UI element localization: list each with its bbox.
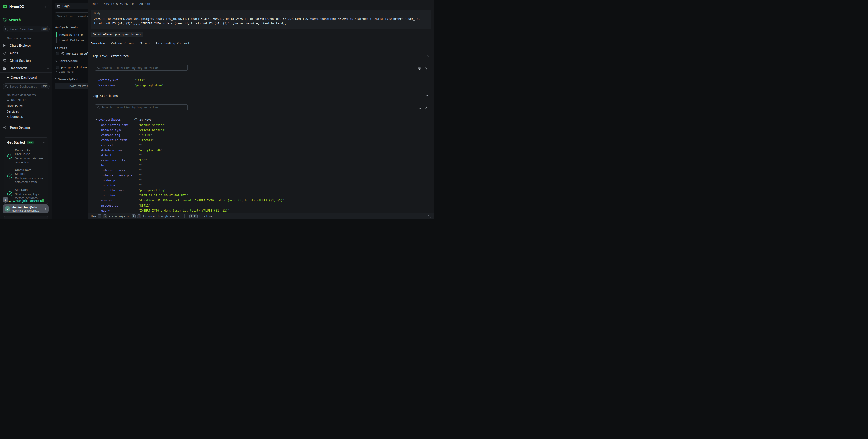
archive-box-icon — [57, 4, 60, 8]
attr-value[interactable]: "2025-11-10 23:59:47.000 UTC" — [138, 194, 188, 197]
sidebar-collapse-icon[interactable] — [45, 5, 49, 8]
sidebar-item-chart-explorer[interactable]: Chart Explorer — [3, 44, 49, 48]
attr-key[interactable]: SeverityText — [98, 78, 134, 82]
caret-down-icon[interactable]: ▼ — [96, 119, 98, 121]
sidebar-item-alerts[interactable]: Alerts — [3, 51, 49, 55]
bottom-card-title: Product updates — [4, 218, 48, 220]
attr-key[interactable]: LogAttributes — [98, 118, 134, 121]
servicename-group-toggle[interactable]: ServiceName — [55, 59, 78, 63]
sidebar-item-dashboards[interactable]: Dashboards — [3, 66, 49, 70]
attr-key[interactable]: query — [101, 209, 138, 212]
attr-value[interactable]: "postgresql-demo" — [134, 84, 164, 87]
sidebar-item-client-sessions[interactable]: Client Sessions — [3, 59, 49, 62]
attr-value[interactable]: "info" — [134, 78, 145, 82]
attr-key[interactable]: process_id — [101, 204, 138, 207]
no-saved-dashboards-text: No saved dashboards — [7, 93, 36, 97]
gear-icon[interactable] — [425, 67, 428, 70]
mode-label: Event Patterns — [57, 38, 85, 42]
attr-key[interactable]: ServiceName — [98, 84, 134, 87]
attr-key[interactable]: message — [101, 199, 138, 202]
top-attrs-search-input[interactable]: Search properties by key or value — [95, 65, 188, 71]
sidebar-item-team-settings[interactable]: Team Settings — [3, 126, 49, 129]
tab-trace[interactable]: Trace — [141, 42, 149, 48]
chevron-up-icon[interactable] — [47, 67, 49, 69]
wrap-lines-icon[interactable] — [417, 106, 421, 109]
attr-value[interactable]: "client backend" — [138, 128, 166, 132]
postgresql-demo-checkbox[interactable] — [56, 66, 59, 69]
attr-value[interactable]: "" — [138, 144, 142, 147]
attr-key[interactable]: connection_from — [101, 138, 138, 142]
attr-value[interactable]: "" — [138, 174, 142, 177]
detail-tabs: Overview Column Values Trace Surrounding… — [91, 42, 189, 48]
chevron-up-icon[interactable] — [426, 55, 429, 57]
log-attrs-search-input[interactable]: Search properties by key or value — [95, 104, 188, 110]
create-dashboard-button[interactable]: + Create Dashboard — [7, 75, 37, 79]
help-button[interactable]: ? — [2, 197, 8, 202]
attr-key[interactable]: detail — [101, 153, 138, 157]
attr-value[interactable]: "postgresql.log" — [138, 189, 166, 192]
attr-value[interactable]: "analytics_db" — [138, 148, 162, 152]
attr-value[interactable]: "[local]" — [138, 138, 154, 142]
get-started-header[interactable]: Get Started 3/3 — [7, 140, 45, 144]
body-text[interactable]: 2025-11-10 23:59:47.000 UTC,postgres,ana… — [94, 17, 428, 26]
attr-value[interactable]: "INSERT INTO orders (user_id, total) VAL… — [138, 209, 229, 212]
attr-value[interactable]: "" — [138, 184, 142, 187]
attr-key[interactable]: log_time — [101, 194, 138, 197]
log-attribute-row: application_name "backup_service" — [101, 122, 431, 127]
attr-key[interactable]: internal_query — [101, 168, 138, 172]
severitytext-group-toggle[interactable]: SeverityText — [55, 77, 79, 81]
attr-value[interactable]: "" — [138, 168, 142, 172]
denoise-checkbox[interactable] — [56, 52, 59, 55]
saved-searches-input[interactable]: Saved Searches ⌘K — [2, 26, 50, 32]
app-title: HyperDX — [9, 5, 24, 8]
get-started-step-sources[interactable]: Create Data Sources Configure where your… — [7, 168, 45, 184]
sidebar-item-search[interactable]: Search — [3, 18, 49, 22]
attr-key[interactable]: backend_type — [101, 128, 138, 132]
preset-services[interactable]: Services — [7, 109, 19, 113]
log-attribute-row: database_name "analytics_db" — [101, 148, 431, 153]
attr-value[interactable]: "INSERT" — [138, 133, 152, 137]
log-attrs-title: Log Attributes — [93, 94, 118, 98]
attr-value[interactable]: "backup_service" — [138, 123, 166, 127]
attr-value[interactable]: "" — [138, 179, 142, 182]
attr-key[interactable]: context — [101, 144, 138, 147]
chevron-up-icon[interactable] — [42, 142, 45, 144]
preset-clickhouse[interactable]: ClickHouse — [7, 104, 23, 108]
bottom-card[interactable]: Product updates — [4, 216, 48, 220]
attr-value[interactable]: "" — [138, 163, 142, 167]
chevron-up-icon[interactable] — [47, 19, 49, 21]
attr-key[interactable]: application_name — [101, 123, 138, 127]
presets-toggle[interactable]: PRESETS — [7, 99, 27, 102]
attr-key[interactable]: leader_pid — [101, 179, 138, 182]
saved-dashboards-input[interactable]: Saved Dashboards ⌘K — [2, 84, 50, 89]
attr-key[interactable]: log.file.name — [101, 189, 138, 192]
tab-overview[interactable]: Overview — [91, 42, 105, 48]
attr-key[interactable]: location — [101, 184, 138, 187]
attr-key[interactable]: database_name — [101, 148, 138, 152]
tab-column-values[interactable]: Column Values — [111, 42, 134, 48]
preset-kubernetes[interactable]: Kubernetes — [7, 115, 23, 119]
get-started-step-connect[interactable]: Connect to ClickHouse Set up your databa… — [7, 148, 45, 164]
chevron-up-icon[interactable] — [426, 95, 429, 97]
gear-icon[interactable] — [425, 106, 428, 109]
mode-event-patterns[interactable]: Event Patterns — [56, 37, 85, 43]
attr-key[interactable]: error_severity — [101, 158, 138, 162]
servicename-chip[interactable]: ServiceName: postgresql-demo — [91, 32, 143, 37]
attr-key[interactable]: hint — [101, 163, 138, 167]
tab-surrounding-context[interactable]: Surrounding Context — [156, 42, 190, 48]
attr-key[interactable]: command_tag — [101, 133, 138, 137]
user-menu[interactable]: D dominic.tran@clic... dominic.tran@clic… — [2, 205, 49, 213]
attr-value[interactable]: "LOG" — [138, 158, 147, 162]
event-detail-panel: info · Nov 10 5:59:47 PM · 2d ago Body 2… — [88, 0, 434, 220]
attr-value[interactable]: "duration: 45.950 ms statement: INSERT I… — [138, 199, 284, 202]
wrap-lines-icon[interactable] — [417, 67, 421, 70]
load-more-button[interactable]: Load more — [56, 70, 73, 73]
close-icon[interactable] — [428, 215, 431, 218]
attr-row-severitytext: SeverityText "info" — [98, 77, 145, 82]
attr-value[interactable]: "" — [138, 153, 142, 157]
attr-key[interactable]: internal_query_pos — [101, 174, 138, 177]
mode-results-table[interactable]: Results Table — [56, 32, 83, 37]
top-attrs-actions — [417, 67, 428, 70]
gear-icon — [3, 126, 7, 129]
attr-value[interactable]: "88711" — [138, 204, 150, 207]
